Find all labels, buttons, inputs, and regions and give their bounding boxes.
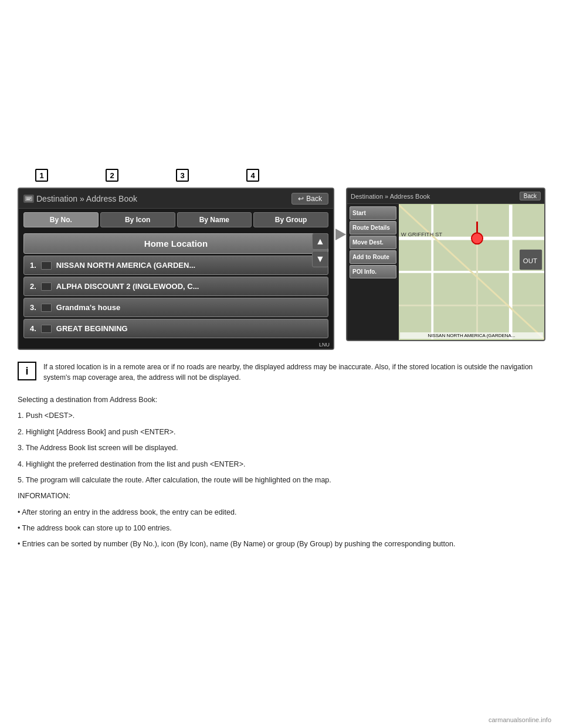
callout-3: 3	[176, 169, 189, 182]
item-text-1: NISSAN NORTH AMERICA (GARDEN...	[56, 261, 195, 270]
item-text-4: GREAT BEGINNING	[56, 324, 128, 333]
tab-row: By No. By Icon By Name By Group	[19, 209, 333, 231]
address-item-3[interactable]: 3. Grandma's house	[23, 298, 328, 317]
body-para-0: Selecting a destination from Address Boo…	[18, 394, 534, 406]
right-nav-header: Destination » Address Book Back	[347, 189, 544, 204]
tab-by-icon[interactable]: By Icon	[100, 212, 175, 227]
start-button[interactable]: Start	[350, 206, 396, 220]
right-back-button[interactable]: Back	[520, 192, 541, 200]
svg-text:OUT: OUT	[523, 257, 537, 264]
info-text: If a stored location is in a remote area…	[43, 362, 545, 383]
scroll-up-button[interactable]: ▲	[312, 233, 328, 250]
body-para-7: INFORMATION:	[18, 491, 534, 502]
item-text-2: ALPHA DISCOUNT 2 (INGLEWOOD, C...	[56, 282, 199, 291]
address-icon-4	[41, 325, 52, 333]
info-icon: i	[18, 362, 36, 380]
svg-point-12	[472, 233, 483, 244]
right-nav-screenshot: Destination » Address Book Back Start Ro…	[346, 188, 545, 341]
back-button[interactable]: ↩ Back	[291, 193, 328, 205]
address-icon-3	[41, 304, 52, 312]
right-screenshot-container: Destination » Address Book Back Start Ro…	[346, 188, 545, 341]
body-para-4: 4. Highlight the preferred destination f…	[18, 459, 534, 470]
callout-4: 4	[246, 169, 259, 182]
arrow-connector	[335, 229, 346, 240]
scroll-down-button[interactable]: ▼	[312, 251, 328, 267]
page-container: 1 2 3 4 Desti	[0, 0, 563, 728]
route-details-button[interactable]: Route Details	[350, 221, 396, 234]
tab-by-name[interactable]: By Name	[177, 212, 252, 227]
address-item-2[interactable]: 2. ALPHA DISCOUNT 2 (INGLEWOOD, C...	[23, 277, 328, 296]
back-arrow-icon: ↩	[298, 195, 304, 203]
item-number: 3.	[30, 303, 36, 312]
body-text-section: Selecting a destination from Address Boo…	[18, 394, 534, 550]
destination-icon	[23, 195, 34, 203]
map-area: W GRIFFITH ST OUT NISSAN NORTH AMERICA (…	[399, 204, 544, 340]
body-para-1: 1. Push <DEST>.	[18, 410, 534, 421]
nav-header-title: Destination » Address Book	[23, 194, 137, 203]
body-para-10: • Entries can be sorted by number (By No…	[18, 539, 534, 550]
tab-by-no[interactable]: By No.	[23, 212, 99, 227]
poi-info-button[interactable]: POI Info.	[350, 265, 396, 278]
item-number: 4.	[30, 324, 36, 333]
body-para-9: • The address book can store up to 100 e…	[18, 523, 534, 534]
screenshots-row: 1 2 3 4 Desti	[18, 188, 545, 350]
address-list: Home Location 1. NISSAN NORTH AMERICA (G…	[19, 231, 333, 341]
right-nav-title: Destination » Address Book	[351, 193, 430, 200]
scroll-buttons: ▲ ▼	[312, 233, 328, 267]
item-number: 1.	[30, 261, 36, 270]
move-dest-button[interactable]: Move Dest.	[350, 236, 396, 249]
svg-text:W GRIFFITH ST: W GRIFFITH ST	[401, 231, 442, 237]
top-area	[18, 12, 545, 182]
footer-watermark: carmanualsonline.info	[489, 716, 551, 723]
body-para-3: 3. The Address Book list screen will be …	[18, 443, 534, 454]
left-nav-screenshot: Destination » Address Book ↩ Back By No.…	[18, 188, 334, 350]
address-icon-1	[41, 261, 52, 270]
address-item-1[interactable]: 1. NISSAN NORTH AMERICA (GARDEN...	[23, 256, 328, 275]
screenshot-label: LNU	[19, 341, 333, 349]
map-location-label: NISSAN NORTH AMERICA (GARDENA...	[400, 332, 543, 339]
body-para-5: 5. The program will calculate the route.…	[18, 475, 534, 486]
svg-rect-0	[25, 196, 32, 201]
callout-2: 2	[106, 169, 118, 182]
address-item-4[interactable]: 4. GREAT BEGINNING	[23, 319, 328, 338]
body-para-2: 2. Highlight [Address Book] and push <EN…	[18, 427, 534, 438]
home-location-button[interactable]: Home Location	[23, 233, 328, 254]
item-text-3: Grandma's house	[56, 303, 120, 312]
address-icon-2	[41, 283, 52, 291]
tab-by-group[interactable]: By Group	[253, 212, 328, 227]
callout-numbers-row: 1 2 3 4	[35, 169, 352, 182]
body-para-8: • After storing an entry in the address …	[18, 507, 534, 518]
action-buttons-panel: Start Route Details Move Dest. Add to Ro…	[347, 204, 399, 340]
item-number: 2.	[30, 282, 36, 291]
right-screen-content: Start Route Details Move Dest. Add to Ro…	[347, 204, 544, 340]
info-section: i If a stored location is in a remote ar…	[18, 362, 545, 383]
callout-1: 1	[35, 169, 48, 182]
add-to-route-button[interactable]: Add to Route	[350, 250, 396, 264]
nav-screen-header: Destination » Address Book ↩ Back	[19, 189, 333, 209]
